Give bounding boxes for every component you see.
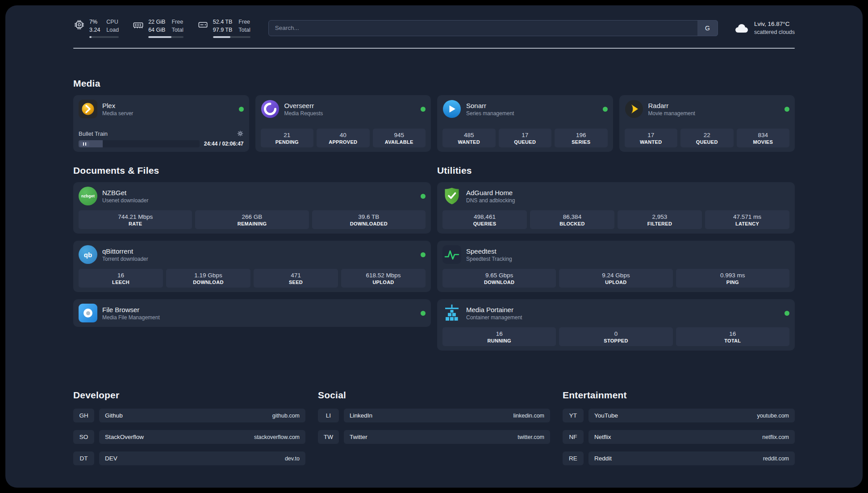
stat-queued: 22 QUEUED bbox=[680, 129, 734, 147]
app-subtitle: Container management bbox=[466, 314, 522, 321]
app-name: Speedtest bbox=[466, 247, 512, 255]
ram-readout: 22 GiB 64 GiB Free Total bbox=[148, 18, 184, 38]
app-card-speedtest[interactable]: Speedtest Speedtest Tracking 9.65 Gbps D… bbox=[437, 241, 795, 292]
status-dot bbox=[421, 311, 426, 316]
app-card-adguard[interactable]: AdGuard Home DNS and adblocking 498,461 … bbox=[437, 182, 795, 234]
section-developer: Developer GH Github github.com SO StackO… bbox=[73, 390, 305, 473]
stat-available: 945 AVAILABLE bbox=[373, 129, 426, 147]
status-dot bbox=[239, 107, 244, 112]
radarr-icon bbox=[625, 100, 643, 118]
section-title-documents: Documents & Files bbox=[73, 165, 431, 176]
link-bar: DEV dev.to bbox=[99, 451, 305, 465]
app-subtitle: Media Requests bbox=[284, 110, 323, 117]
plex-icon bbox=[79, 100, 97, 118]
search-input[interactable] bbox=[268, 20, 718, 36]
ram-progress-bar bbox=[148, 36, 184, 38]
portainer-icon bbox=[442, 304, 461, 322]
playback-time: 24:44 / 02:06:47 bbox=[204, 141, 244, 147]
weather-widget: Lviv, 16.87°C scattered clouds bbox=[733, 20, 795, 36]
app-subtitle: Media File Management bbox=[102, 314, 160, 321]
stat-filtered: 2,953 FILTERED bbox=[618, 210, 702, 229]
link-github[interactable]: GH Github github.com bbox=[73, 409, 305, 422]
ram-total-value: 64 GiB bbox=[148, 26, 165, 34]
link-abbr: NF bbox=[563, 430, 584, 444]
dashboard: 7% 3.24 CPU Load bbox=[5, 5, 863, 488]
nzbget-icon: nzbget bbox=[79, 187, 97, 205]
app-card-overseerr[interactable]: Overseerr Media Requests 21 PENDING 40 A… bbox=[255, 95, 431, 152]
speedtest-icon bbox=[442, 245, 461, 264]
media-player-widget: Bullet Train bbox=[79, 125, 244, 147]
app-name: Radarr bbox=[648, 102, 695, 109]
section-title-media: Media bbox=[73, 78, 795, 89]
stats-row: 16 LEECH 1.19 Gbps DOWNLOAD 471 SEED bbox=[79, 264, 426, 288]
gear-icon[interactable] bbox=[237, 130, 244, 137]
app-card-filebrowser[interactable]: File Browser Media File Management bbox=[73, 299, 431, 327]
seek-bar[interactable] bbox=[79, 140, 200, 147]
system-stats: 7% 3.24 CPU Load bbox=[73, 18, 250, 38]
now-playing-title: Bullet Train bbox=[79, 130, 108, 137]
header-divider bbox=[73, 48, 795, 49]
stats-row: 16 RUNNING 0 STOPPED 16 TOTAL bbox=[442, 322, 789, 346]
pause-button[interactable] bbox=[80, 142, 89, 146]
link-reddit[interactable]: RE Reddit reddit.com bbox=[563, 451, 795, 465]
app-card-portainer[interactable]: Media Portainer Container management 16 … bbox=[437, 299, 795, 351]
stat-ping: 0.993 ms PING bbox=[676, 269, 789, 288]
app-name: Media Portainer bbox=[466, 306, 522, 313]
sonarr-icon bbox=[442, 100, 461, 118]
section-social: Social LI LinkedIn linkedin.com TW Twitt… bbox=[318, 390, 550, 473]
status-dot bbox=[421, 194, 426, 199]
link-linkedin[interactable]: LI LinkedIn linkedin.com bbox=[318, 409, 550, 422]
stat-series: 196 SERIES bbox=[555, 129, 608, 147]
section-title-developer: Developer bbox=[73, 390, 305, 401]
stats-row: 498,461 QUERIES 86,384 BLOCKED 2,953 FIL… bbox=[442, 205, 789, 229]
filebrowser-icon bbox=[79, 304, 97, 322]
app-card-qbittorrent[interactable]: qb qBittorrent Torrent downloader 16 bbox=[73, 241, 431, 292]
link-abbr: SO bbox=[73, 430, 94, 444]
stats-row: 9.65 Gbps DOWNLOAD 9.24 Gbps UPLOAD 0.99… bbox=[442, 264, 789, 288]
link-bar: Twitter twitter.com bbox=[344, 430, 550, 444]
stat-seed: 471 SEED bbox=[254, 269, 338, 288]
stat-latency: 47.571 ms LATENCY bbox=[705, 210, 789, 229]
stat-movies: 834 MOVIES bbox=[737, 129, 790, 147]
dashboard-container: 7% 3.24 CPU Load bbox=[5, 5, 863, 488]
app-card-sonarr[interactable]: Sonarr Series management 485 WANTED 17 Q… bbox=[437, 95, 613, 152]
link-abbr: GH bbox=[73, 409, 94, 422]
stat-queries: 498,461 QUERIES bbox=[442, 210, 527, 229]
top-bar: 7% 3.24 CPU Load bbox=[73, 18, 795, 38]
disk-readout: 52.4 TB 97.9 TB Free Total bbox=[213, 18, 250, 38]
cpu-label: CPU bbox=[106, 18, 119, 26]
app-name: NZBGet bbox=[102, 189, 148, 196]
section-title-social: Social bbox=[318, 390, 550, 401]
disk-free-value: 52.4 TB bbox=[213, 18, 233, 26]
app-subtitle: DNS and adblocking bbox=[466, 197, 515, 204]
stat-running: 16 RUNNING bbox=[442, 327, 556, 346]
cpu-load-label: Load bbox=[106, 26, 119, 34]
weather-location: Lviv, 16.87°C bbox=[754, 20, 795, 29]
disk-progress-bar bbox=[213, 36, 250, 38]
link-bar: YouTube youtube.com bbox=[588, 409, 795, 422]
link-bar: LinkedIn linkedin.com bbox=[344, 409, 550, 422]
weather-condition: scattered clouds bbox=[754, 29, 795, 36]
section-entertainment: Entertainment YT YouTube youtube.com NF … bbox=[563, 390, 795, 473]
section-documents: Documents & Files nzbget NZBGet Usenet d… bbox=[73, 165, 431, 351]
app-name: qBittorrent bbox=[102, 247, 148, 255]
stat-remaining: 266 GB REMAINING bbox=[195, 210, 309, 229]
app-subtitle: Series management bbox=[466, 110, 514, 117]
stats-row: 744.21 Mbps RATE 266 GB REMAINING 39.6 T… bbox=[79, 205, 426, 229]
link-stackoverflow[interactable]: SO StackOverflow stackoverflow.com bbox=[73, 430, 305, 444]
app-card-nzbget[interactable]: nzbget NZBGet Usenet downloader 744.21 M… bbox=[73, 182, 431, 234]
app-card-radarr[interactable]: Radarr Movie management 17 WANTED 22 QUE… bbox=[619, 95, 795, 152]
search-engine-button[interactable]: G bbox=[697, 20, 718, 36]
link-twitter[interactable]: TW Twitter twitter.com bbox=[318, 430, 550, 444]
app-card-plex[interactable]: Plex Media server Bullet Train bbox=[73, 95, 249, 152]
section-media: Media bbox=[73, 78, 795, 152]
link-dev[interactable]: DT DEV dev.to bbox=[73, 451, 305, 465]
ram-free-label: Free bbox=[171, 18, 183, 26]
section-utilities: Utilities bbox=[437, 165, 795, 351]
link-youtube[interactable]: YT YouTube youtube.com bbox=[563, 409, 795, 422]
link-netflix[interactable]: NF Netflix netflix.com bbox=[563, 430, 795, 444]
cpu-progress-bar bbox=[89, 36, 119, 38]
app-name: AdGuard Home bbox=[466, 189, 515, 196]
disk-icon bbox=[197, 19, 209, 31]
section-title-entertainment: Entertainment bbox=[563, 390, 795, 401]
